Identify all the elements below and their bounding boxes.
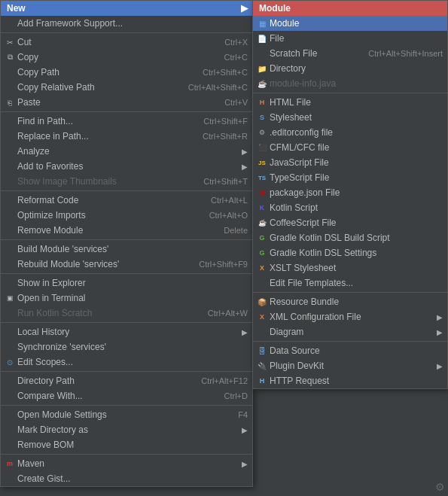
submenu-editorconfig-item[interactable]: ⚙ .editorconfig file (253, 125, 447, 140)
packagejson-label: package.json File (270, 187, 443, 198)
context-menu: New ▶ Add Framework Support... ✂ Cut Ctr… (0, 0, 253, 487)
submenu-packagejson-item[interactable]: ⚙ package.json File (253, 185, 447, 200)
local-history-arrow: ▶ (242, 328, 248, 336)
coffeescript-label: CoffeeScript File (270, 218, 443, 228)
local-history-item[interactable]: Local History ▶ (1, 324, 252, 339)
resource-bundle-label: Resource Bundle (270, 297, 443, 307)
optimize-imports-shortcut: Ctrl+Alt+O (209, 211, 248, 220)
reformat-code-label: Reformat Code (17, 195, 196, 205)
show-explorer-item[interactable]: Show in Explorer (1, 275, 252, 291)
cut-item[interactable]: ✂ Cut Ctrl+X (1, 35, 252, 50)
menu-header-arrow: ▶ (241, 3, 248, 14)
xml-config-arrow: ▶ (437, 313, 443, 321)
submenu-plugin-devkit-item[interactable]: 🔌 Plugin DevKit ▶ (253, 358, 447, 373)
copy-item[interactable]: ⧉ Copy Ctrl+C (1, 50, 252, 65)
remove-bom-item[interactable]: Remove BOM (1, 437, 252, 452)
maven-arrow: ▶ (242, 460, 248, 468)
diagram-arrow: ▶ (437, 328, 443, 336)
submenu-http-request-item[interactable]: H HTTP Request (253, 373, 447, 388)
build-module-item[interactable]: Build Module 'services' (1, 242, 252, 257)
xml-config-label: XML Configuration File (270, 312, 434, 322)
submenu-typescript-item[interactable]: TS TypeScript File (253, 170, 447, 185)
menu-header: New ▶ (1, 1, 252, 16)
run-kotlin-scratch-shortcut: Ctrl+Alt+W (208, 309, 248, 318)
remove-module-label: Remove Module (17, 225, 209, 236)
plugin-devkit-label: Plugin DevKit (270, 361, 434, 371)
submenu-sep-1 (253, 93, 447, 93)
typescript-icon: TS (256, 172, 268, 184)
submenu-edit-templates-item[interactable]: Edit File Templates... (253, 275, 447, 291)
cfml-label: CFML/CFC file (270, 142, 443, 153)
optimize-imports-label: Optimize Imports (17, 210, 194, 221)
compare-with-item[interactable]: Compare With... Ctrl+D (1, 388, 252, 403)
find-in-path-label: Find in Path... (17, 116, 188, 126)
typescript-label: TypeScript File (270, 172, 443, 183)
kotlin-label: Kotlin Script (270, 202, 443, 213)
copy-label: Copy (17, 52, 209, 62)
add-framework-item[interactable]: Add Framework Support... (1, 16, 252, 31)
submenu-diagram-item[interactable]: Diagram ▶ (253, 324, 447, 339)
compare-with-label: Compare With... (17, 391, 209, 401)
open-module-settings-item[interactable]: Open Module Settings F4 (1, 407, 252, 422)
http-request-icon: H (256, 375, 268, 387)
mark-directory-arrow: ▶ (242, 426, 248, 434)
separator-6 (1, 322, 252, 323)
submenu-module-item[interactable]: ▦ Module (253, 16, 447, 31)
submenu-kotlin-item[interactable]: K Kotlin Script (253, 200, 447, 215)
remove-module-item[interactable]: Remove Module Delete (1, 223, 252, 238)
add-to-favorites-label: Add to Favorites (17, 161, 239, 172)
submenu-file-item[interactable]: 📄 File (253, 31, 447, 46)
submenu-html-item[interactable]: H HTML File (253, 95, 447, 110)
module-info-label: module-info.java (270, 78, 443, 89)
submenu-resource-bundle-item[interactable]: 📦 Resource Bundle (253, 294, 447, 309)
paste-item[interactable]: ⎗ Paste Ctrl+V (1, 95, 252, 110)
replace-in-path-label: Replace in Path... (17, 131, 187, 141)
optimize-imports-item[interactable]: Optimize Imports Ctrl+Alt+O (1, 208, 252, 223)
submenu-xml-config-item[interactable]: X XML Configuration File ▶ (253, 309, 447, 324)
separator-8 (1, 405, 252, 406)
add-to-favorites-item[interactable]: Add to Favorites ▶ (1, 159, 252, 174)
cut-label: Cut (17, 37, 209, 47)
gear-icon[interactable]: ⚙ (435, 481, 445, 493)
submenu-gradle-kotlin-build-item[interactable]: G Gradle Kotlin DSL Build Script (253, 230, 447, 245)
analyze-item[interactable]: Analyze ▶ (1, 144, 252, 159)
maven-item[interactable]: m Maven ▶ (1, 456, 252, 471)
submenu-module-info-item: ☕ module-info.java (253, 76, 447, 91)
submenu-cfml-item[interactable]: ⬛ CFML/CFC file (253, 140, 447, 155)
submenu-xslt-item[interactable]: X XSLT Stylesheet (253, 260, 447, 275)
open-terminal-item[interactable]: ▣ Open in Terminal (1, 291, 252, 306)
replace-in-path-item[interactable]: Replace in Path... Ctrl+Shift+R (1, 129, 252, 144)
scratch-label: Scratch File (270, 48, 353, 59)
submenu-directory-item[interactable]: 📁 Directory (253, 61, 447, 76)
scratch-shortcut: Ctrl+Alt+Shift+Insert (368, 49, 443, 58)
submenu-gradle-kotlin-settings-item[interactable]: G Gradle Kotlin DSL Settings (253, 245, 447, 260)
submenu-javascript-item[interactable]: JS JavaScript File (253, 155, 447, 170)
copy-path-item[interactable]: Copy Path Ctrl+Shift+C (1, 65, 252, 80)
rebuild-module-item[interactable]: Rebuild Module 'services' Ctrl+Shift+F9 (1, 257, 252, 272)
submenu-scratch-item[interactable]: Scratch File Ctrl+Alt+Shift+Insert (253, 46, 447, 61)
cut-shortcut: Ctrl+X (224, 38, 248, 47)
resource-bundle-icon: 📦 (256, 296, 268, 308)
menu-header-label: New (7, 3, 26, 14)
paste-label: Paste (17, 97, 209, 108)
stylesheet-icon: S (256, 111, 268, 123)
find-in-path-item[interactable]: Find in Path... Ctrl+Shift+F (1, 114, 252, 129)
show-image-thumbnails-item: Show Image Thumbnails Ctrl+Shift+T (1, 174, 252, 189)
reformat-code-item[interactable]: Reformat Code Ctrl+Alt+L (1, 193, 252, 208)
xml-config-icon: X (256, 311, 268, 323)
run-kotlin-scratch-item: Run Kotlin Scratch Ctrl+Alt+W (1, 306, 252, 321)
mark-directory-item[interactable]: Mark Directory as ▶ (1, 422, 252, 437)
open-module-settings-shortcut: F4 (238, 410, 248, 419)
create-gist-item[interactable]: Create Gist... (1, 471, 252, 486)
edit-scopes-item[interactable]: ⊙ Edit Scopes... (1, 355, 252, 370)
synchronize-item[interactable]: Synchronize 'services' (1, 339, 252, 355)
find-in-path-shortcut: Ctrl+Shift+F (203, 117, 248, 126)
create-gist-label: Create Gist... (17, 473, 248, 484)
submenu-stylesheet-item[interactable]: S Stylesheet (253, 110, 447, 125)
http-request-label: HTTP Request (270, 376, 443, 386)
submenu-datasource-item[interactable]: 🗄 Data Source (253, 343, 447, 358)
directory-path-item[interactable]: Directory Path Ctrl+Alt+F12 (1, 373, 252, 388)
copy-relative-item[interactable]: Copy Relative Path Ctrl+Alt+Shift+C (1, 80, 252, 95)
copy-icon: ⧉ (4, 51, 16, 63)
submenu-coffeescript-item[interactable]: ☕ CoffeeScript File (253, 215, 447, 230)
